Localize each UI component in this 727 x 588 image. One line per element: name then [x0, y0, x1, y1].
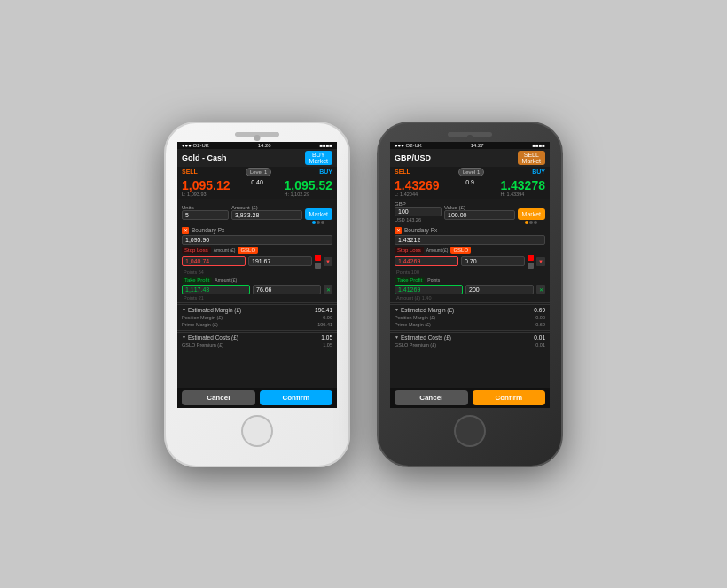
screen-content-gold: ●●● O2-UK 14:26 ■■■■ Gold - Cash BUY Mar… — [177, 142, 337, 408]
amount-input-gold[interactable]: 3,833.28 — [231, 210, 302, 220]
phone-screen-gbpusd: ●●● O2-UK 14:27 ■■■■ GBP/USD SELL Market — [390, 142, 550, 408]
time-gold: 14:26 — [258, 143, 271, 148]
sep1-gold — [177, 302, 337, 303]
time-gbpusd: 14:27 — [471, 143, 484, 148]
units-row-gold: Units 5 Amount (£) 3,833.28 Market — [177, 199, 337, 226]
boundary-val-row-gold: 1,095.96 — [177, 235, 337, 246]
amount-col-gold: Amount (£) 3,833.28 — [231, 205, 302, 220]
tp-delete-gold[interactable]: ✕ — [324, 285, 332, 294]
phone-gbpusd: ●●● O2-UK 14:27 ■■■■ GBP/USD SELL Market — [377, 122, 563, 467]
sell-price-col-gbpusd: 1.43269 L: 1.42044 — [395, 179, 440, 197]
phones-container: ●●● O2-UK 14:26 ■■■■ Gold - Cash BUY Mar… — [146, 104, 581, 485]
price-row-gold: 1,095.12 L: 1,093.93 0.40 1,095.52 H: 1,… — [177, 177, 337, 199]
sl-amt-gold[interactable]: 191.67 — [248, 256, 312, 266]
header-gbpusd: GBP/USD SELL Market — [390, 149, 550, 167]
boundary-val-row-gbpusd: 1.43212 — [390, 235, 550, 246]
boundary-input-gbpusd[interactable]: 1.43212 — [395, 235, 545, 245]
instrument-name-gold: Gold - Cash — [182, 153, 227, 162]
market-btn-gold[interactable]: Market — [305, 200, 332, 224]
tp-row-gbpusd: Take Profit Points — [395, 277, 545, 284]
units-input-gold[interactable]: 5 — [182, 210, 229, 220]
boundary-input-gold[interactable]: 1,095.96 — [182, 235, 332, 245]
carrier-gbpusd: ●●● O2-UK — [395, 143, 422, 148]
tp-input-gold[interactable]: 1,117.43 — [182, 285, 250, 294]
signal-gbpusd: ■■■■ — [533, 143, 546, 148]
buy-price-col: 1,095.52 H: 1,102.29 — [285, 179, 333, 197]
sl-section-gbpusd: Stop Loss Amount (£) GSLO 1.44269 0.70 ▼ — [390, 246, 550, 276]
sl-arrows-gold — [315, 255, 321, 269]
carrier-gold: ●●● O2-UK — [182, 143, 209, 148]
sl-row-gold: Stop Loss Amount (£) GSLO — [182, 247, 332, 254]
sl-delete-gbpusd[interactable]: ▼ — [536, 257, 545, 266]
chevron-costs-gold: ▼ — [182, 334, 186, 340]
tp-amt-gold[interactable]: 76.66 — [253, 285, 321, 294]
sl-delete-gold[interactable]: ▼ — [324, 257, 332, 266]
sep2-gold — [177, 330, 337, 331]
status-bar-gbpusd: ●●● O2-UK 14:27 ■■■■ — [390, 142, 550, 149]
tp-delete-gbpusd[interactable]: ✕ — [536, 285, 545, 294]
market-btn-gbpusd[interactable]: Market — [518, 200, 545, 224]
tp-section-gbpusd: Take Profit Points 1.41269 200 ✕ Amount … — [390, 276, 550, 302]
gslo-btn-gold[interactable]: GSLO — [238, 247, 258, 254]
pos-margin-row-gbpusd: Position Margin (£) 0.00 — [395, 314, 545, 321]
phone-home-dark[interactable] — [454, 415, 486, 447]
est-margin-row-gold: ▼ Estimated Margin (£) 190.41 — [182, 306, 332, 314]
sl-input-gold[interactable]: 1,040.74 — [182, 256, 246, 266]
costs-section-gbpusd: ▼ Estimated Costs (£) 0.01 GSLO Premium … — [390, 332, 550, 349]
bottom-buttons-gbpusd: Cancel Confirm — [390, 388, 550, 408]
sl-dot2-gold — [315, 263, 321, 269]
boundary-row-gold: ✕ Boundary Px — [177, 226, 337, 235]
gslo-btn-gbpusd[interactable]: GSLO — [450, 247, 471, 254]
sl-dot2-gbpusd — [528, 263, 534, 269]
sep2-gbpusd — [390, 330, 550, 331]
screen-content-gbpusd: ●●● O2-UK 14:27 ■■■■ GBP/USD SELL Market — [390, 142, 550, 408]
sep1-gbpusd — [390, 302, 550, 303]
est-costs-row-gold: ▼ Estimated Costs (£) 1.05 — [182, 333, 332, 341]
boundary-checkbox-gold[interactable]: ✕ — [182, 227, 189, 234]
phone-camera-white — [254, 135, 261, 141]
instrument-name-gbpusd: GBP/USD — [395, 153, 431, 162]
sl-values-gold: 1,040.74 191.67 ▼ — [182, 255, 332, 269]
sl-dot-gold — [315, 255, 321, 261]
signal-gold: ■■■■ — [320, 143, 333, 148]
costs-section-gold: ▼ Estimated Costs (£) 1.05 GSLO Premium … — [177, 332, 337, 349]
gslo-prem-row-gold: GSLO Premium (£) 1.05 — [182, 341, 332, 349]
amount-col-gbpusd: Value (£) 100.00 — [444, 205, 515, 220]
phone-home-white[interactable] — [241, 415, 273, 447]
chevron-margin-gold: ▼ — [182, 307, 186, 312]
tp-row-gold: Take Profit Amount (£) — [182, 277, 332, 284]
confirm-button-gbpusd[interactable]: Confirm — [473, 390, 546, 405]
phone-screen-gold: ●●● O2-UK 14:26 ■■■■ Gold - Cash BUY Mar… — [177, 142, 337, 408]
sl-dot-gbpusd — [528, 255, 534, 261]
tp-section-gold: Take Profit Amount (£) 1,117.43 76.66 ✕ … — [177, 276, 337, 302]
cancel-button-gold[interactable]: Cancel — [182, 390, 255, 405]
bottom-buttons-gold: Cancel Confirm — [177, 388, 337, 408]
est-margin-row-gbpusd: ▼ Estimated Margin (£) 0.69 — [395, 306, 545, 314]
tp-values-gbpusd: 1.41269 200 ✕ — [395, 285, 545, 294]
status-bar-gold: ●●● O2-UK 14:26 ■■■■ — [177, 142, 337, 149]
tp-amt-gbpusd[interactable]: 200 — [465, 285, 534, 294]
margin-section-gold: ▼ Estimated Margin (£) 190.41 Position M… — [177, 304, 337, 329]
phone-gold: ●●● O2-UK 14:26 ■■■■ Gold - Cash BUY Mar… — [164, 122, 350, 467]
sl-amt-gbpusd[interactable]: 0.70 — [461, 256, 525, 266]
chevron-costs-gbpusd: ▼ — [395, 334, 399, 340]
units-input-gbpusd[interactable]: 100 — [395, 207, 442, 216]
boundary-row-gbpusd: ✕ Boundary Px — [390, 226, 550, 235]
chevron-margin-gbpusd: ▼ — [395, 307, 399, 312]
sl-values-gbpusd: 1.44269 0.70 ▼ — [395, 255, 545, 269]
tp-input-gbpusd[interactable]: 1.41269 — [395, 285, 463, 294]
amount-input-gbpusd[interactable]: 100.00 — [444, 210, 515, 220]
action-badge-gbpusd: SELL Market — [518, 151, 545, 165]
boundary-checkbox-gbpusd[interactable]: ✕ — [395, 227, 402, 234]
prime-margin-row-gold: Prime Margin (£) 190.41 — [182, 321, 332, 328]
buy-price-col-gbpusd: 1.43278 H: 1.43394 — [500, 179, 545, 197]
header-gold: Gold - Cash BUY Market — [177, 149, 337, 167]
sell-buy-bar-gbpusd: SELL Level 1 BUY — [390, 167, 550, 177]
units-col-gold: Units 5 — [182, 205, 229, 220]
confirm-button-gold[interactable]: Confirm — [260, 390, 333, 405]
units-row-gbpusd: GBP 100 USD 143.26 Value (£) 100.00 Mark… — [390, 199, 550, 226]
cancel-button-gbpusd[interactable]: Cancel — [395, 390, 468, 405]
prime-margin-row-gbpusd: Prime Margin (£) 0.69 — [395, 321, 545, 328]
sl-input-gbpusd[interactable]: 1.44269 — [395, 256, 458, 266]
margin-section-gbpusd: ▼ Estimated Margin (£) 0.69 Position Mar… — [390, 304, 550, 329]
